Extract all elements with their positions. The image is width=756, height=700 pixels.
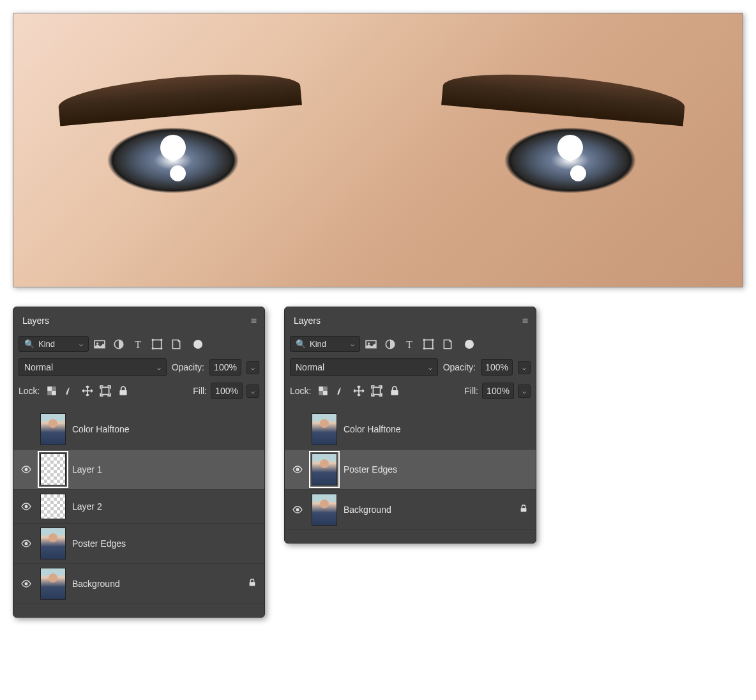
lock-artboard-icon[interactable]	[100, 385, 111, 397]
svg-rect-32	[319, 391, 324, 395]
visibility-toggle[interactable]	[290, 465, 305, 474]
svg-text:T: T	[135, 339, 141, 349]
layers-panel-right: Layers ≡ 🔍 Kind ⌵ T	[284, 307, 536, 544]
svg-rect-9	[48, 386, 52, 391]
layer-name[interactable]: Poster Edges	[344, 464, 531, 475]
lock-artboard-icon[interactable]	[371, 385, 382, 397]
layer-thumbnail[interactable]	[40, 494, 66, 519]
lock-transparency-icon[interactable]	[317, 385, 329, 397]
lock-label: Lock:	[19, 386, 40, 396]
svg-rect-37	[521, 508, 527, 512]
filter-smartobject-icon[interactable]	[442, 339, 453, 350]
layer-name[interactable]: Color Halftone	[344, 424, 531, 434]
panel-menu-icon[interactable]: ≡	[520, 313, 531, 330]
filter-type-icon[interactable]: T	[132, 339, 144, 350]
lock-all-icon[interactable]	[117, 385, 129, 397]
kind-filter-select[interactable]: 🔍 Kind ⌵	[19, 336, 89, 352]
layer-row[interactable]: Background	[285, 490, 536, 530]
fill-dropdown[interactable]: ⌵	[246, 384, 259, 398]
artwork-eye-right	[481, 116, 660, 205]
layers-panel-left: Layers ≡ 🔍 Kind ⌵ T	[13, 307, 265, 618]
lock-image-icon[interactable]	[335, 385, 347, 397]
opacity-value[interactable]: 100%	[481, 359, 513, 376]
fill-value[interactable]: 100%	[482, 383, 514, 399]
layer-row[interactable]: Poster Edges	[285, 450, 536, 490]
filter-adjustment-icon[interactable]	[384, 339, 396, 350]
lock-transparency-icon[interactable]	[46, 385, 57, 397]
kind-filter-select[interactable]: 🔍 Kind ⌵	[290, 336, 360, 352]
layer-thumbnail[interactable]	[40, 528, 66, 559]
filter-toggle[interactable]	[465, 340, 474, 349]
visibility-toggle[interactable]	[19, 465, 34, 474]
layer-row[interactable]: Color Halftone	[285, 409, 536, 450]
fill-label: Fill:	[464, 386, 478, 396]
fill-dropdown[interactable]: ⌵	[518, 384, 531, 398]
filter-shape-icon[interactable]	[151, 339, 163, 350]
layer-row[interactable]: Poster Edges	[13, 524, 264, 564]
kind-label: Kind	[38, 339, 55, 349]
lock-image-icon[interactable]	[64, 385, 75, 397]
search-icon: 🔍	[24, 339, 34, 349]
filter-type-icon[interactable]: T	[404, 339, 415, 350]
opacity-dropdown[interactable]: ⌵	[246, 361, 259, 374]
lock-row: Lock: Fill: 100% ⌵	[290, 383, 531, 399]
blend-row: Normal ⌵ Opacity: 100% ⌵	[290, 358, 531, 376]
visibility-toggle[interactable]	[290, 505, 305, 514]
filter-smartobject-icon[interactable]	[170, 339, 182, 350]
layer-thumbnail[interactable]	[40, 413, 66, 445]
panel-tab-layers[interactable]: Layers	[13, 312, 58, 331]
layer-thumbnail[interactable]	[40, 453, 66, 485]
layer-row[interactable]: Background	[13, 564, 264, 604]
lock-position-icon[interactable]	[353, 385, 365, 397]
filter-pixel-icon[interactable]	[94, 339, 105, 350]
search-icon: 🔍	[296, 339, 306, 349]
opacity-dropdown[interactable]: ⌵	[518, 361, 531, 374]
svg-rect-10	[52, 391, 56, 395]
fill-value[interactable]: 100%	[211, 383, 243, 399]
layer-thumbnail[interactable]	[312, 494, 337, 526]
kind-label: Kind	[310, 339, 326, 349]
layers-list: Color Halftone Layer 1 Layer 2 Poster Ed…	[13, 409, 264, 604]
svg-rect-33	[374, 387, 381, 394]
visibility-toggle[interactable]	[19, 579, 34, 588]
svg-point-35	[296, 468, 299, 471]
filter-pixel-icon[interactable]	[365, 339, 377, 350]
layer-thumbnail[interactable]	[312, 413, 337, 445]
opacity-value[interactable]: 100%	[209, 359, 241, 376]
opacity-label: Opacity:	[443, 362, 476, 372]
filter-toggle[interactable]	[193, 340, 202, 349]
filter-shape-icon[interactable]	[423, 339, 434, 350]
panel-menu-icon[interactable]: ≡	[248, 313, 259, 330]
layer-row[interactable]: Layer 2	[13, 490, 264, 524]
svg-rect-19	[250, 582, 255, 586]
svg-rect-29	[319, 386, 324, 391]
svg-point-25	[423, 339, 425, 340]
svg-rect-11	[52, 386, 56, 391]
blend-mode-select[interactable]: Normal ⌵	[290, 358, 438, 376]
svg-rect-4	[153, 340, 162, 349]
blend-mode-select[interactable]: Normal ⌵	[19, 358, 167, 376]
svg-rect-30	[323, 391, 328, 395]
filter-adjustment-icon[interactable]	[113, 339, 125, 350]
layer-name[interactable]: Color Halftone	[72, 424, 259, 434]
svg-point-15	[25, 468, 28, 471]
layer-name[interactable]: Layer 2	[72, 501, 259, 512]
svg-point-26	[432, 339, 434, 340]
panel-tab-layers[interactable]: Layers	[285, 312, 329, 331]
layer-thumbnail[interactable]	[40, 568, 66, 600]
svg-rect-14	[120, 390, 127, 395]
visibility-toggle[interactable]	[19, 502, 34, 511]
layer-name[interactable]: Layer 1	[72, 464, 259, 475]
layer-name[interactable]: Poster Edges	[72, 538, 259, 549]
layer-row[interactable]: Color Halftone	[13, 409, 264, 450]
lock-all-icon[interactable]	[389, 385, 400, 397]
opacity-label: Opacity:	[172, 362, 204, 372]
svg-point-8	[160, 347, 162, 349]
layer-name[interactable]: Background	[344, 505, 513, 515]
lock-position-icon[interactable]	[82, 385, 93, 397]
layer-row[interactable]: Layer 1	[13, 450, 264, 490]
layer-thumbnail[interactable]	[312, 453, 337, 485]
svg-rect-31	[323, 386, 328, 391]
layer-name[interactable]: Background	[72, 579, 241, 589]
visibility-toggle[interactable]	[19, 539, 34, 548]
